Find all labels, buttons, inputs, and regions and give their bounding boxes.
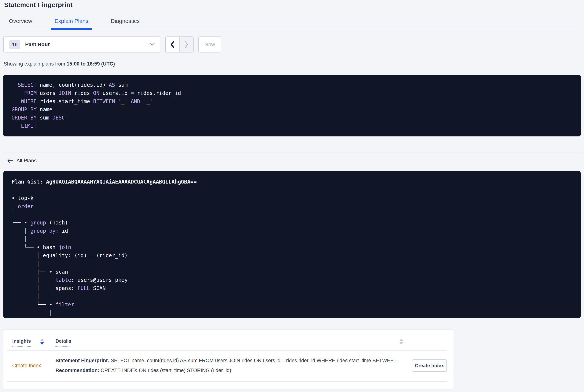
code-line: • top-k — [11, 194, 573, 202]
time-range-select[interactable]: 1h Past Hour — [3, 36, 160, 52]
code-line: GROUP BY name — [11, 106, 573, 114]
chevron-down-icon — [150, 43, 154, 46]
code-line: FROM users JOIN rides ON users.id = ride… — [11, 89, 573, 97]
code-line: │ — [11, 292, 573, 300]
column-header-insights[interactable]: Insights — [12, 338, 55, 347]
code-line: Plan Gist: AgHUAQIABQAAAAHYAQIAiAEAAAADC… — [11, 178, 573, 186]
code-line: │ spans: FULL SCAN — [11, 284, 573, 292]
time-controls: 1h Past Hour Now — [3, 36, 581, 52]
sql-statement-block: SELECT name, count(rides.id) AS sum FROM… — [3, 75, 581, 136]
create-index-link[interactable]: Create Index — [12, 363, 41, 368]
recommendation-detail: Recommendation: CREATE INDEX ON rides (s… — [55, 366, 402, 376]
plan-gist-block[interactable]: Plan Gist: AgHUAQIABQAAAAHYAQIAiAEAAAADC… — [3, 171, 581, 318]
code-line: ├── • scan — [11, 268, 573, 276]
arrow-left-icon — [7, 158, 13, 163]
tab-explain-plans[interactable]: Explain Plans — [51, 18, 92, 29]
chevron-left-icon — [170, 41, 175, 48]
tab-bar: Overview Explain Plans Diagnostics — [3, 18, 581, 29]
column-header-details[interactable]: Details — [55, 338, 412, 347]
all-plans-label: All Plans — [16, 158, 37, 164]
sort-icon-insights[interactable] — [40, 338, 44, 344]
sort-desc-triangle — [40, 342, 44, 344]
recommendation-label: Recommendation: — [55, 368, 99, 373]
time-nav-button-group — [165, 36, 194, 52]
fingerprint-text: SELECT name, count(rides.id) AS sum FROM… — [109, 358, 402, 363]
time-range-badge: 1h — [9, 40, 20, 49]
tab-diagnostics[interactable]: Diagnostics — [107, 18, 143, 29]
showing-range-value: 15:00 to 16:59 (UTC) — [67, 61, 115, 67]
code-line: │ equality: (id) = (rider_id) — [11, 252, 573, 260]
insights-table-card: Insights Details Create Index S — [3, 330, 454, 389]
tab-overview[interactable]: Overview — [5, 18, 36, 29]
prev-time-button[interactable] — [166, 37, 179, 52]
sort-desc-triangle — [399, 342, 403, 344]
page-title: Statement Fingerprint — [3, 0, 581, 8]
code-line: │ — [11, 309, 573, 317]
now-button[interactable]: Now — [198, 36, 221, 52]
code-line: │ group by: id — [11, 227, 573, 235]
plan-gist-tree: Plan Gist: AgHUAQIABQAAAAHYAQIAiAEAAAADC… — [11, 178, 573, 317]
code-line: ORDER BY sum DESC — [11, 114, 573, 122]
section-divider — [3, 152, 581, 152]
statement-fingerprint-detail: Statement Fingerprint: SELECT name, coun… — [55, 356, 402, 366]
insights-table-header: Insights Details — [3, 330, 454, 350]
chevron-right-icon — [184, 41, 189, 48]
sql-code: SELECT name, count(rides.id) AS sum FROM… — [11, 81, 573, 130]
code-line: │ — [11, 235, 573, 243]
fingerprint-label: Statement Fingerprint: — [55, 358, 109, 363]
code-line — [11, 186, 573, 194]
code-line: │ order — [11, 202, 573, 210]
code-line: └── • group (hash) — [11, 219, 573, 227]
create-index-button[interactable]: Create Index — [412, 360, 447, 372]
code-line: LIMIT _ — [11, 122, 573, 130]
time-range-value: Past Hour — [25, 42, 50, 48]
all-plans-back-link[interactable]: All Plans — [7, 158, 37, 164]
code-line: └── • hash join — [11, 243, 573, 252]
table-row: Create Index Statement Fingerprint: SELE… — [3, 350, 454, 382]
table-row-divider — [7, 382, 447, 382]
code-line: │ — [11, 260, 573, 268]
sort-icon-details[interactable] — [399, 338, 403, 344]
code-line: └── • filter — [11, 300, 573, 309]
statement-fingerprint-page: Statement Fingerprint Overview Explain P… — [0, 0, 584, 389]
code-line: SELECT name, count(rides.id) AS sum — [11, 81, 573, 89]
sort-asc-triangle — [399, 338, 403, 341]
code-line: │ — [11, 210, 573, 219]
sort-asc-triangle — [40, 338, 44, 341]
code-line: WHERE rides.start_time BETWEEN '_' AND '… — [11, 97, 573, 106]
next-time-button[interactable] — [179, 37, 193, 52]
details-column-label: Details — [55, 338, 71, 347]
showing-range-prefix: Showing explain plans from — [4, 61, 67, 67]
showing-range-text: Showing explain plans from 15:00 to 16:5… — [4, 61, 581, 67]
insights-column-label: Insights — [12, 338, 31, 347]
recommendation-text: CREATE INDEX ON rides (start_time) STORI… — [99, 368, 233, 373]
code-line: │ table: users@users_pkey — [11, 276, 573, 284]
